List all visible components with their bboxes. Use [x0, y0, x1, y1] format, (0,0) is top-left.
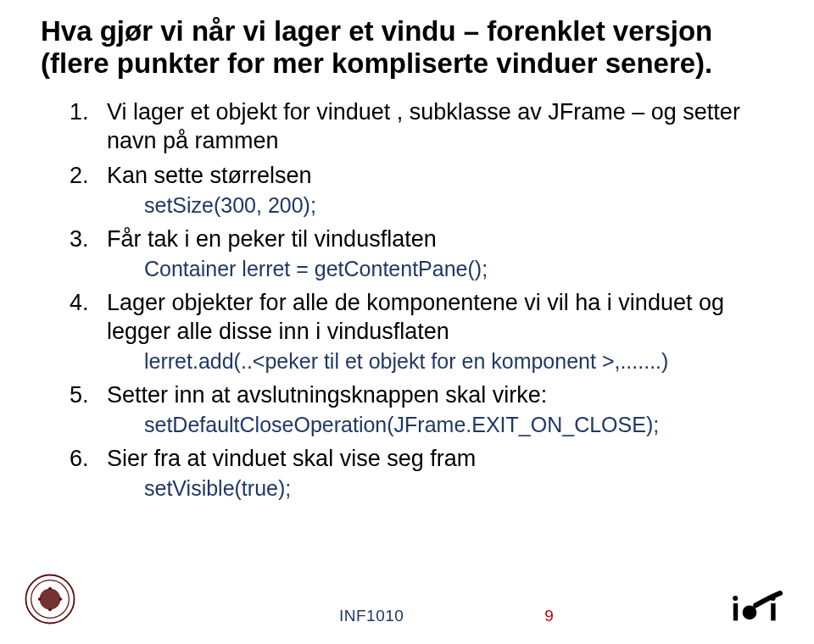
list-item: Får tak i en peker til vindusflaten Cont… — [70, 225, 780, 282]
course-code: INF1010 — [339, 607, 404, 625]
svg-point-11 — [771, 596, 776, 601]
svg-point-2 — [40, 589, 61, 610]
footer-text: INF1010 9 — [339, 607, 554, 625]
title-line-1: Hva gjør vi når vi lager et vindu – fore… — [41, 15, 712, 47]
item-code: setDefaultCloseOperation(JFrame.EXIT_ON_… — [144, 412, 780, 438]
item-code: setVisible(true); — [144, 475, 780, 502]
ifi-logo-icon — [724, 586, 785, 625]
svg-rect-10 — [771, 603, 775, 620]
list-item: Sier fra at vinduet skal vise seg fram s… — [70, 445, 780, 502]
item-code: Container lerret = getContentPane(); — [144, 256, 780, 282]
item-text: Sier fra at vinduet skal vise seg fram — [107, 446, 476, 471]
list-item: Lager objekter for alle de komponentene … — [70, 289, 780, 375]
item-text: Setter inn at avslutningsknappen skal vi… — [107, 382, 547, 408]
item-text: Får tak i en peker til vindusflaten — [107, 226, 437, 252]
svg-point-3 — [48, 587, 52, 591]
list-item: Kan sette størrelsen setSize(300, 200); — [70, 162, 780, 219]
item-code: setSize(300, 200); — [144, 192, 780, 219]
svg-point-5 — [48, 608, 52, 612]
svg-rect-8 — [733, 603, 738, 620]
page-number: 9 — [544, 607, 554, 625]
item-text: Lager objekter for alle de komponentene … — [107, 290, 724, 344]
svg-point-4 — [59, 597, 63, 601]
item-text: Vi lager et objekt for vinduet , subklas… — [107, 99, 740, 153]
item-text: Kan sette størrelsen — [107, 163, 312, 188]
list-item: Vi lager et objekt for vinduet , subklas… — [70, 98, 780, 156]
item-code: lerret.add(..<peker til et objekt for en… — [144, 348, 780, 375]
svg-point-9 — [733, 596, 738, 601]
main-list: Vi lager et objekt for vinduet , subklas… — [70, 98, 780, 502]
title-line-2: (flere punkter for mer kompliserte vindu… — [41, 47, 712, 79]
svg-point-6 — [38, 597, 42, 601]
university-seal-icon — [24, 573, 76, 625]
slide-title: Hva gjør vi når vi lager et vindu – fore… — [41, 15, 780, 80]
list-item: Setter inn at avslutningsknappen skal vi… — [70, 381, 780, 438]
